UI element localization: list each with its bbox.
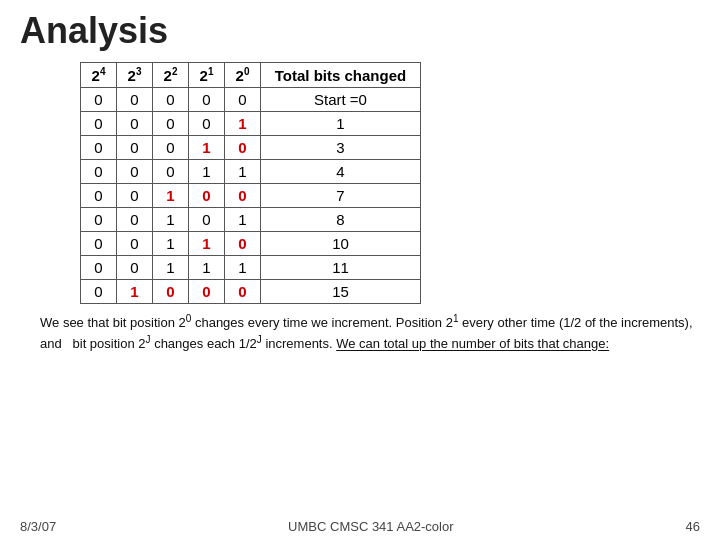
cell: 1 — [189, 256, 225, 280]
cell-total: 4 — [261, 160, 421, 184]
table-row: 0 0 0 1 0 3 — [81, 136, 421, 160]
cell: 1 — [225, 256, 261, 280]
cell: 1 — [153, 232, 189, 256]
cell: 1 — [153, 256, 189, 280]
cell: 0 — [189, 208, 225, 232]
header-col3: 23 — [117, 63, 153, 88]
content-area: 24 23 22 21 20 Total bits changed 0 0 0 … — [0, 62, 720, 354]
cell: 0 — [153, 160, 189, 184]
cell-total: 10 — [261, 232, 421, 256]
cell-changed: 0 — [225, 136, 261, 160]
cell: 0 — [225, 88, 261, 112]
table-row: 0 0 1 0 0 7 — [81, 184, 421, 208]
cell: 1 — [225, 160, 261, 184]
cell: 0 — [189, 112, 225, 136]
table-header-row: 24 23 22 21 20 Total bits changed — [81, 63, 421, 88]
cell-total: Start =0 — [261, 88, 421, 112]
cell-changed: 0 — [189, 280, 225, 304]
cell: 0 — [81, 184, 117, 208]
cell: 0 — [81, 88, 117, 112]
page-title: Analysis — [0, 0, 720, 58]
cell: 0 — [189, 88, 225, 112]
cell-total: 15 — [261, 280, 421, 304]
cell-changed: 1 — [189, 136, 225, 160]
cell: 0 — [153, 88, 189, 112]
cell: 0 — [81, 160, 117, 184]
cell: 0 — [153, 112, 189, 136]
cell: 0 — [117, 88, 153, 112]
cell-changed: 1 — [189, 232, 225, 256]
analysis-table: 24 23 22 21 20 Total bits changed 0 0 0 … — [80, 62, 421, 304]
cell: 0 — [117, 256, 153, 280]
table-row: 0 0 1 0 1 8 — [81, 208, 421, 232]
cell-total: 3 — [261, 136, 421, 160]
table-row: 0 0 1 1 1 11 — [81, 256, 421, 280]
cell-total: 1 — [261, 112, 421, 136]
cell-changed: 0 — [189, 184, 225, 208]
header-col1: 21 — [189, 63, 225, 88]
header-col2: 22 — [153, 63, 189, 88]
cell: 1 — [153, 208, 189, 232]
cell-changed: 1 — [153, 184, 189, 208]
cell: 0 — [81, 208, 117, 232]
cell: 0 — [117, 184, 153, 208]
cell: 0 — [117, 112, 153, 136]
cell-changed: 0 — [225, 184, 261, 208]
footer-description: We see that bit position 20 changes ever… — [40, 312, 700, 354]
course-label: UMBC CMSC 341 AA2-color — [288, 519, 453, 534]
cell-changed: 1 — [225, 112, 261, 136]
cell: 0 — [117, 160, 153, 184]
cell-changed: 0 — [153, 280, 189, 304]
header-col0: 20 — [225, 63, 261, 88]
table-row: 0 0 0 0 0 Start =0 — [81, 88, 421, 112]
page-number: 46 — [686, 519, 700, 534]
cell-changed: 0 — [225, 280, 261, 304]
cell: 1 — [189, 160, 225, 184]
cell: 0 — [117, 232, 153, 256]
cell-total: 11 — [261, 256, 421, 280]
cell: 0 — [81, 112, 117, 136]
cell-total: 8 — [261, 208, 421, 232]
table-row: 0 0 0 0 1 1 — [81, 112, 421, 136]
cell: 0 — [117, 208, 153, 232]
table-row: 0 1 0 0 0 15 — [81, 280, 421, 304]
date-label: 8/3/07 — [20, 519, 56, 534]
cell: 0 — [81, 232, 117, 256]
bottom-bar: 8/3/07 UMBC CMSC 341 AA2-color 46 — [0, 519, 720, 534]
table-row: 0 0 1 1 0 10 — [81, 232, 421, 256]
header-total: Total bits changed — [261, 63, 421, 88]
cell: 0 — [81, 136, 117, 160]
cell-changed: 0 — [225, 232, 261, 256]
cell: 0 — [117, 136, 153, 160]
cell: 0 — [81, 280, 117, 304]
cell: 1 — [225, 208, 261, 232]
cell: 0 — [81, 256, 117, 280]
cell: 0 — [153, 136, 189, 160]
cell-total: 7 — [261, 184, 421, 208]
cell-changed: 1 — [117, 280, 153, 304]
header-col4: 24 — [81, 63, 117, 88]
table-row: 0 0 0 1 1 4 — [81, 160, 421, 184]
